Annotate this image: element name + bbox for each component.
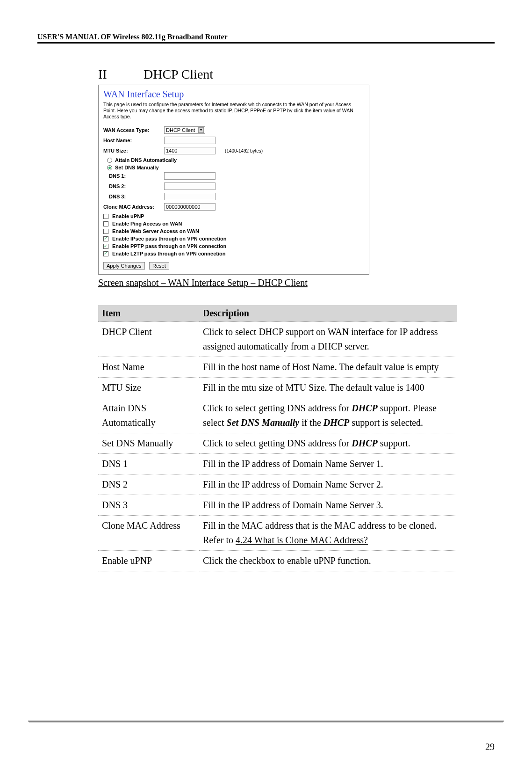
cell-desc: Click to select getting DNS address for … (199, 398, 457, 433)
check-ipsec[interactable] (103, 236, 108, 241)
page-number: 29 (485, 742, 495, 752)
table-row: DNS 3 Fill in the IP address of Domain N… (98, 495, 457, 516)
section-name: DHCP Client (144, 67, 213, 81)
table-row: DNS 2 Fill in the IP address of Domain N… (98, 474, 457, 495)
panel-title: WAN Interface Setup (103, 89, 364, 100)
cell-desc: Fill in the IP address of Domain Name Se… (199, 454, 457, 474)
table-row: Host Name Fill in the host name of Host … (98, 357, 457, 378)
panel-intro: This page is used to configure the param… (103, 102, 364, 120)
page-header: USER'S MANUAL OF Wireless 802.11g Broadb… (37, 33, 495, 44)
cell-desc: Fill in the IP address of Domain Name Se… (199, 495, 457, 516)
apply-button[interactable]: Apply Changes (103, 262, 145, 270)
cell-item: Enable uPNP (98, 551, 199, 571)
check-l2tp[interactable] (103, 251, 108, 256)
cell-desc: Fill in the host name of Host Name. The … (199, 357, 457, 378)
cell-item: DHCP Client (98, 322, 199, 357)
cell-item: Host Name (98, 357, 199, 378)
cell-item: Clone MAC Address (98, 516, 199, 551)
section-num: II (98, 67, 140, 82)
check-ipsec-label: Enable IPsec pass through on VPN connect… (112, 236, 227, 241)
reset-button[interactable]: Reset (149, 262, 169, 270)
table-row: DHCP Client Click to select DHCP support… (98, 322, 457, 357)
cell-desc: Fill in the IP address of Domain Name Se… (199, 474, 457, 495)
wan-access-value: DHCP Client (166, 127, 195, 133)
table-row: Enable uPNP Click the checkbox to enable… (98, 551, 457, 571)
radio-set-dns[interactable] (107, 165, 112, 170)
cell-desc: Click to select DHCP support on WAN inte… (199, 322, 457, 357)
radio-attain-dns[interactable] (107, 158, 112, 163)
check-ping-wan-label: Enable Ping Access on WAN (112, 221, 182, 226)
check-l2tp-label: Enable L2TP pass through on VPN connecti… (112, 251, 225, 256)
check-web-wan-label: Enable Web Server Access on WAN (112, 228, 199, 234)
chevron-down-icon: ▾ (198, 127, 204, 133)
cell-desc: Fill in the MAC address that is the MAC … (199, 516, 457, 551)
dns1-input[interactable] (164, 172, 216, 180)
cell-desc: Fill in the mtu size of MTU Size. The de… (199, 378, 457, 398)
table-row: DNS 1 Fill in the IP address of Domain N… (98, 454, 457, 474)
mtu-label: MTU Size: (103, 148, 164, 153)
wan-access-select[interactable]: DHCP Client ▾ (164, 126, 205, 134)
footer-rule-shadow (29, 722, 503, 722)
table-row: Attain DNS Automatically Click to select… (98, 398, 457, 433)
check-web-wan[interactable] (103, 229, 108, 234)
check-upnp-label: Enable uPNP (112, 213, 144, 219)
dns2-input[interactable] (164, 182, 216, 190)
radio-set-label: Set DNS Manually (115, 165, 159, 170)
cell-item: DNS 1 (98, 454, 199, 474)
cell-item: Set DNS Manually (98, 433, 199, 454)
header-text: USER'S MANUAL OF Wireless 802.11g Broadb… (37, 33, 228, 41)
wan-access-label: WAN Access Type: (103, 127, 164, 133)
clone-mac-label: Clone MAC Address: (103, 204, 164, 210)
description-table: Item Description DHCP Client Click to se… (98, 305, 457, 571)
cell-item: Attain DNS Automatically (98, 398, 199, 433)
cell-item: MTU Size (98, 378, 199, 398)
th-item: Item (98, 305, 199, 322)
check-ping-wan[interactable] (103, 221, 108, 226)
dns2-label: DNS 2: (103, 183, 164, 189)
table-row: Set DNS Manually Click to select getting… (98, 433, 457, 454)
cell-item: DNS 3 (98, 495, 199, 516)
cell-item: DNS 2 (98, 474, 199, 495)
mtu-input[interactable]: 1400 (164, 147, 216, 154)
cell-desc: Click the checkbox to enable uPNP functi… (199, 551, 457, 571)
table-row: MTU Size Fill in the mtu size of MTU Siz… (98, 378, 457, 398)
host-name-input[interactable] (164, 137, 216, 144)
section-title: II DHCP Client (98, 67, 457, 82)
screenshot-panel: WAN Interface Setup This page is used to… (98, 85, 369, 275)
radio-attain-label: Attain DNS Automatically (115, 157, 177, 163)
table-row: Clone MAC Address Fill in the MAC addres… (98, 516, 457, 551)
th-desc: Description (199, 305, 457, 322)
dns1-label: DNS 1: (103, 173, 164, 179)
cell-desc: Click to select getting DNS address for … (199, 433, 457, 454)
screenshot-caption: Screen snapshot – WAN Interface Setup – … (98, 277, 457, 288)
clone-mac-input[interactable]: 000000000000 (164, 203, 216, 211)
check-upnp[interactable] (103, 214, 108, 219)
check-pptp-label: Enable PPTP pass through on VPN connecti… (112, 243, 226, 249)
mtu-hint: (1400-1492 bytes) (225, 148, 263, 153)
dns3-input[interactable] (164, 193, 216, 200)
host-name-label: Host Name: (103, 138, 164, 143)
check-pptp[interactable] (103, 244, 108, 249)
dns3-label: DNS 3: (103, 194, 164, 199)
